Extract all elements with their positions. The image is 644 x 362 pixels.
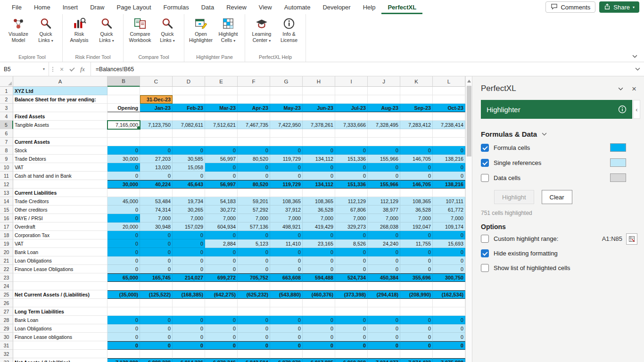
cell-E12[interactable]: 56,997 <box>205 180 238 189</box>
cell-J19[interactable]: 24,240 <box>368 239 400 248</box>
checkbox-show-list-of-highlighted-cells[interactable] <box>481 264 489 272</box>
row-header-21[interactable]: 21 <box>0 256 13 265</box>
cell-J21[interactable]: 0 <box>368 256 400 265</box>
cell-D8[interactable]: 0 <box>173 146 205 155</box>
cell-D17[interactable]: 157,029 <box>173 222 205 231</box>
cell-L17[interactable]: 109,174 <box>433 222 465 231</box>
cell-D25[interactable]: (168,385) <box>173 290 205 299</box>
cell-I25[interactable]: (373,398) <box>335 290 368 299</box>
cell-J22[interactable]: 0 <box>368 265 400 273</box>
cell-C29[interactable]: 0 <box>140 324 173 333</box>
cell-A3[interactable] <box>13 104 107 112</box>
cell-K26[interactable] <box>400 299 433 307</box>
cell-A26[interactable] <box>13 299 107 307</box>
cell-B1[interactable] <box>107 87 140 95</box>
cell-L2[interactable] <box>433 95 465 104</box>
cell-K24[interactable] <box>400 282 433 290</box>
cell-C8[interactable]: 0 <box>140 146 173 155</box>
cell-D28[interactable]: 0 <box>173 316 205 324</box>
cell-B18[interactable]: 0 <box>107 231 140 239</box>
cell-C7[interactable] <box>140 138 173 146</box>
cell-J12[interactable]: 155,966 <box>368 180 400 189</box>
cell-J6[interactable] <box>368 129 400 138</box>
cell-A23[interactable] <box>13 273 107 282</box>
cell-D11[interactable]: 0 <box>173 172 205 180</box>
cell-J4[interactable] <box>368 112 400 121</box>
cell-K7[interactable] <box>400 138 433 146</box>
checkbox-data-cells[interactable] <box>481 174 489 182</box>
column-header-E[interactable]: E <box>205 76 238 87</box>
cell-E20[interactable]: 0 <box>205 248 238 256</box>
cell-C10[interactable]: 13,020 <box>140 163 173 172</box>
cell-K1[interactable] <box>400 87 433 95</box>
cell-B17[interactable]: 20,000 <box>107 222 140 231</box>
cell-H23[interactable]: 594,488 <box>303 273 335 282</box>
row-header-11[interactable]: 11 <box>0 172 13 180</box>
formula-bar-divider[interactable] <box>49 62 57 76</box>
cell-J13[interactable] <box>368 189 400 197</box>
cell-J17[interactable]: 268,038 <box>368 222 400 231</box>
cell-D31[interactable]: 0 <box>173 341 205 350</box>
cell-G16[interactable]: 7,000 <box>270 214 303 222</box>
cell-F32[interactable] <box>238 350 270 358</box>
cell-J11[interactable]: 0 <box>368 172 400 180</box>
cell-E1[interactable] <box>205 87 238 95</box>
cell-K32[interactable] <box>400 350 433 358</box>
cell-G14[interactable]: 108,365 <box>270 197 303 206</box>
cell-G6[interactable] <box>270 129 303 138</box>
color-swatch-single-references[interactable] <box>610 158 626 167</box>
cell-F26[interactable] <box>238 299 270 307</box>
cell-F28[interactable]: 0 <box>238 316 270 324</box>
cell-B27[interactable] <box>107 307 140 316</box>
cell-L12[interactable]: 138,216 <box>433 180 465 189</box>
cell-E25[interactable]: (642,275) <box>205 290 238 299</box>
cell-H16[interactable]: 7,000 <box>303 214 335 222</box>
cell-H8[interactable]: 0 <box>303 146 335 155</box>
cell-J31[interactable]: 0 <box>368 341 400 350</box>
cell-K15[interactable]: 36,528 <box>400 206 433 214</box>
checkbox-custom-highlight-range[interactable] <box>481 235 489 243</box>
column-header-L[interactable]: L <box>433 76 465 87</box>
cell-A20[interactable]: Bank Loan <box>13 248 107 256</box>
cell-L27[interactable] <box>433 307 465 316</box>
cell-I23[interactable]: 524,734 <box>335 273 368 282</box>
cell-C13[interactable] <box>140 189 173 197</box>
cell-I17[interactable]: 329,273 <box>335 222 368 231</box>
cell-I33[interactable]: 6,960,268 <box>335 358 368 362</box>
menu-tab-formulas[interactable]: Formulas <box>157 0 195 14</box>
cell-L22[interactable]: 0 <box>433 265 465 273</box>
cell-K19[interactable]: 11,755 <box>400 239 433 248</box>
cell-C33[interactable]: 6,998,228 <box>140 358 173 362</box>
cell-K27[interactable] <box>400 307 433 316</box>
cell-A30[interactable]: Finance Lease obligations <box>13 333 107 341</box>
cell-E8[interactable]: 0 <box>205 146 238 155</box>
cell-G5[interactable]: 7,422,950 <box>270 121 303 129</box>
cell-C1[interactable] <box>140 87 173 95</box>
cell-J10[interactable]: 0 <box>368 163 400 172</box>
row-header-19[interactable]: 19 <box>0 239 13 248</box>
cell-C9[interactable]: 27,203 <box>140 155 173 163</box>
column-header-F[interactable]: F <box>238 76 270 87</box>
cell-H32[interactable] <box>303 350 335 358</box>
custom-range-value[interactable]: A1:N85 <box>602 235 622 242</box>
row-header-7[interactable]: 7 <box>0 138 13 146</box>
row-header-32[interactable]: 32 <box>0 350 13 358</box>
menu-tab-file[interactable]: File <box>6 0 28 14</box>
cell-B31[interactable]: 0 <box>107 341 140 350</box>
cell-E7[interactable] <box>205 138 238 146</box>
row-header-23[interactable]: 23 <box>0 273 13 282</box>
column-header-A[interactable]: A <box>13 76 107 87</box>
cell-G26[interactable] <box>270 299 303 307</box>
select-all-corner[interactable] <box>0 76 13 87</box>
clear-button[interactable]: Clear <box>542 190 572 204</box>
cell-G30[interactable]: 0 <box>270 333 303 341</box>
cell-D16[interactable]: 7,000 <box>173 214 205 222</box>
checkbox-single-references[interactable] <box>481 159 489 167</box>
cell-E2[interactable] <box>205 95 238 104</box>
cell-I9[interactable]: 151,336 <box>335 155 368 163</box>
cell-G18[interactable]: 0 <box>270 231 303 239</box>
cell-E5[interactable]: 7,512,621 <box>205 121 238 129</box>
ribbon-button-quick-links[interactable]: QuickLinks▾ <box>93 15 120 53</box>
cell-E27[interactable] <box>205 307 238 316</box>
ribbon-button-highlight-cells[interactable]: HighlightCells▾ <box>215 15 242 53</box>
